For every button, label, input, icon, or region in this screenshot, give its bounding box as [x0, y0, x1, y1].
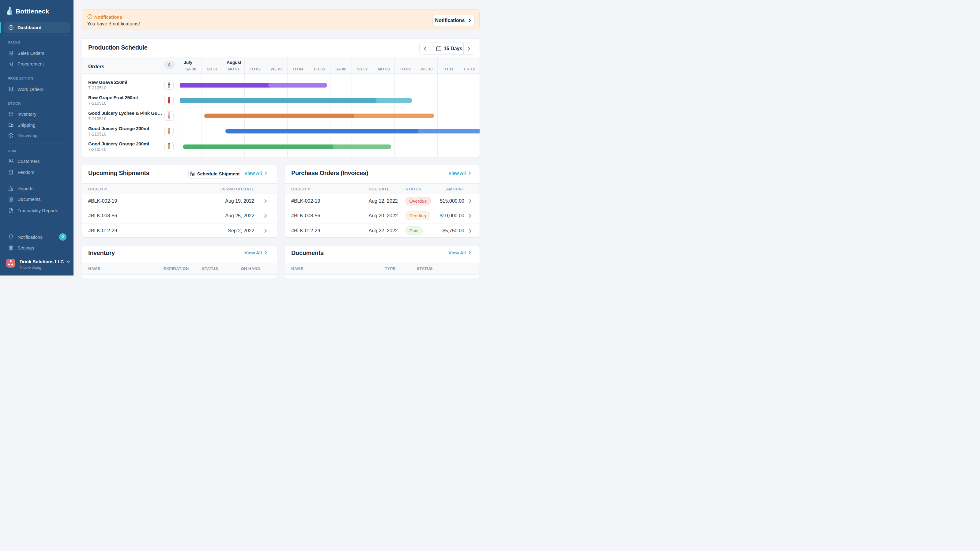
svg-text:1: 1 — [438, 48, 439, 51]
